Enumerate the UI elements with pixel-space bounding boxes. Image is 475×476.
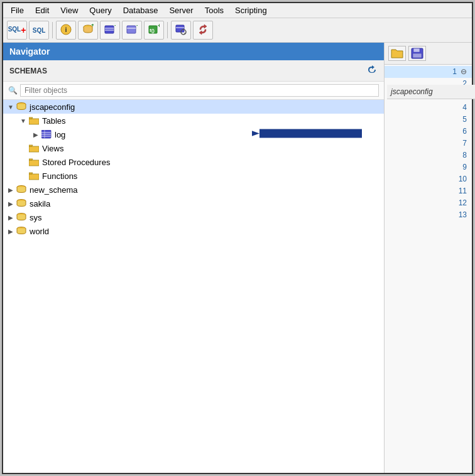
schemas-header: SCHEMAS — [3, 60, 384, 82]
create-view-icon: + — [126, 24, 138, 36]
line-num-label-8: 8 — [462, 151, 467, 160]
folder-icon-views — [28, 143, 40, 153]
menu-database[interactable]: Database — [118, 4, 163, 16]
create-schema-icon: + — [82, 24, 94, 36]
svg-rect-8 — [127, 26, 136, 33]
label-new-schema: new_schema — [30, 185, 78, 195]
db-icon-jscapeconfig — [16, 102, 27, 112]
line-num-label-7: 7 — [462, 139, 467, 148]
right-panel-db-title: jscapeconfig — [387, 85, 472, 99]
open-file-button[interactable] — [388, 46, 406, 61]
menu-scripting[interactable]: Scripting — [230, 4, 272, 16]
svg-text:+: + — [91, 24, 94, 28]
line-num-label-10: 10 — [459, 175, 467, 183]
db-icon-sys — [16, 212, 27, 222]
line-4[interactable]: 4 — [385, 102, 472, 114]
menu-query[interactable]: Query — [84, 4, 116, 16]
tree-item-jscapeconfig[interactable]: ▼ jscapeconfig — [3, 100, 384, 114]
tree-item-log[interactable]: ▶ log — [3, 127, 384, 141]
new-sql-icon: SQL+ — [8, 26, 26, 35]
line-num-label-12: 12 — [459, 198, 467, 207]
toolbar-separator-2 — [167, 22, 168, 38]
svg-text:+: + — [114, 24, 116, 29]
create-table-icon: + — [104, 24, 116, 36]
new-sql-button[interactable]: SQL+ — [7, 21, 27, 40]
panel-actions — [388, 46, 426, 61]
line-9[interactable]: 9 — [385, 161, 472, 173]
toggle-new-schema[interactable]: ▶ — [6, 185, 16, 195]
reconnect-button[interactable] — [193, 21, 213, 40]
filter-input[interactable] — [20, 84, 379, 97]
toggle-world[interactable]: ▶ — [6, 226, 16, 236]
folder-icon-functions — [28, 171, 40, 181]
line-10[interactable]: 10 — [385, 173, 472, 185]
tree-item-functions[interactable]: ▶ Functions — [3, 169, 384, 183]
tree-item-sakila[interactable]: ▶ sakila — [3, 197, 384, 210]
toggle-tables[interactable]: ▼ — [18, 116, 28, 126]
create-view-button[interactable]: + — [122, 21, 142, 40]
info-icon: i — [60, 24, 72, 36]
db-info-button[interactable]: i — [56, 21, 76, 40]
tree-item-views[interactable]: ▶ Views — [3, 141, 384, 155]
menu-view[interactable]: View — [55, 4, 83, 16]
navigator-header: Navigator — [3, 43, 384, 60]
save-button[interactable] — [408, 46, 426, 61]
menu-edit[interactable]: Edit — [30, 4, 54, 16]
search-table-button[interactable] — [171, 21, 191, 40]
label-views: Views — [42, 144, 63, 153]
object-tree: ▼ jscapeconfig ▼ — [3, 100, 384, 473]
tree-item-stored-procedures[interactable]: ▶ Stored Procedures — [3, 155, 384, 169]
line-numbers: 1 ⊖ 2 3 4 5 6 7 8 9 10 11 12 13 — [385, 65, 472, 473]
toggle-sakila[interactable]: ▶ — [6, 198, 16, 208]
svg-text:i: i — [65, 26, 67, 33]
toolbar: SQL+ SQL i + — [3, 18, 472, 43]
toggle-jscapeconfig[interactable]: ▼ — [6, 102, 16, 112]
navigator-title: Navigator — [9, 46, 50, 57]
menu-file[interactable]: File — [6, 4, 29, 16]
db-icon-sakila — [16, 198, 27, 208]
create-schema-button[interactable]: + — [78, 21, 98, 40]
db-icon-world — [16, 226, 27, 236]
svg-rect-31 — [413, 48, 420, 52]
create-proc-button[interactable]: f() + — [144, 21, 164, 40]
main-window: File Edit View Query Database Server Too… — [2, 2, 473, 474]
open-sql-icon: SQL — [33, 27, 46, 34]
tree-item-log-container: ▶ log — [3, 127, 384, 141]
line-number-area: 1 ⊖ 2 3 4 5 6 7 8 9 10 11 12 13 — [385, 65, 472, 473]
open-sql-button[interactable]: SQL — [29, 21, 49, 40]
line-7[interactable]: 7 — [385, 138, 472, 149]
tree-item-world[interactable]: ▶ world — [3, 224, 384, 238]
tree-item-new-schema[interactable]: ▶ new_schema — [3, 183, 384, 197]
line-11[interactable]: 11 — [385, 185, 472, 197]
line-1[interactable]: 1 ⊖ — [385, 66, 472, 78]
line-8[interactable]: 8 — [385, 149, 472, 161]
folder-icon-tables — [28, 116, 40, 126]
toggle-sys[interactable]: ▶ — [6, 212, 16, 222]
table-icon-log — [41, 129, 52, 139]
right-panel-header — [385, 43, 472, 65]
line-5[interactable]: 5 — [385, 114, 472, 126]
db-icon-new-schema — [16, 185, 27, 195]
right-panel: 1 ⊖ 2 3 4 5 6 7 8 9 10 11 12 13 — [385, 43, 472, 473]
filter-row: 🔍 — [3, 82, 384, 100]
svg-rect-32 — [413, 53, 422, 58]
collapse-btn-1[interactable]: ⊖ — [461, 67, 467, 76]
line-num-label-13: 13 — [459, 210, 467, 219]
line-6[interactable]: 6 — [385, 126, 472, 138]
line-12[interactable]: 12 — [385, 197, 472, 209]
svg-rect-19 — [41, 130, 51, 138]
menu-tools[interactable]: Tools — [200, 4, 229, 16]
navigator-panel: Navigator SCHEMAS 🔍 ▼ — [3, 43, 385, 473]
toggle-log[interactable]: ▶ — [31, 129, 41, 139]
menu-server[interactable]: Server — [164, 4, 198, 16]
label-tables: Tables — [42, 116, 66, 126]
create-table-button[interactable]: + — [100, 21, 120, 40]
tree-item-tables[interactable]: ▼ Tables — [3, 114, 384, 127]
refresh-schemas-icon[interactable] — [366, 64, 378, 77]
tree-item-sys[interactable]: ▶ sys — [3, 210, 384, 224]
line-num-label-1: 1 — [452, 67, 457, 76]
label-world: world — [30, 227, 49, 236]
svg-rect-4 — [105, 26, 114, 33]
label-sakila: sakila — [30, 199, 50, 208]
line-13[interactable]: 13 — [385, 209, 472, 221]
